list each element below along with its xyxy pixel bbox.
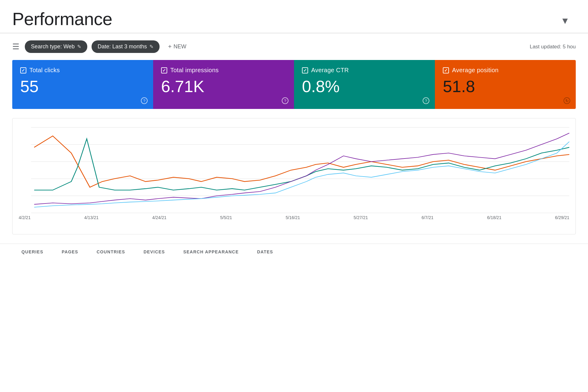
metric-card-impressions[interactable]: ✓ Total impressions 6.71K ? bbox=[153, 60, 294, 109]
plus-icon: + bbox=[168, 43, 172, 50]
page-title: Performance bbox=[12, 9, 112, 33]
date-label: Date: Last 3 months bbox=[98, 43, 147, 50]
metric-value-clicks: 55 bbox=[20, 77, 145, 95]
filter-icon[interactable]: ☰ bbox=[12, 42, 19, 51]
metric-help-impressions[interactable]: ? bbox=[282, 97, 288, 104]
metric-header-clicks: ✓ Total clicks bbox=[20, 67, 145, 74]
metric-header-impressions: ✓ Total impressions bbox=[161, 67, 286, 74]
metric-card-clicks[interactable]: ✓ Total clicks 55 ? bbox=[12, 60, 153, 109]
tab-pages[interactable]: PAGES bbox=[52, 244, 87, 261]
metric-label-position: Average position bbox=[452, 67, 499, 74]
metric-card-position[interactable]: ✓ Average position 51.8 ↻ bbox=[435, 60, 576, 109]
metric-value-impressions: 6.71K bbox=[161, 77, 286, 95]
metric-header-position: ✓ Average position bbox=[443, 67, 568, 74]
check-icon-ctr: ✓ bbox=[303, 68, 307, 73]
x-label-4: 5/5/21 bbox=[220, 215, 232, 220]
header: Performance ▼ bbox=[0, 0, 588, 33]
search-type-edit-icon: ✎ bbox=[77, 44, 81, 50]
metric-checkbox-clicks[interactable]: ✓ bbox=[20, 67, 26, 73]
tab-dates[interactable]: DATES bbox=[248, 244, 282, 261]
metric-checkbox-impressions[interactable]: ✓ bbox=[161, 67, 167, 73]
metric-help-position[interactable]: ↻ bbox=[564, 97, 570, 104]
bottom-tabs: QUERIES PAGES COUNTRIES DEVICES SEARCH A… bbox=[0, 244, 588, 261]
metric-checkbox-ctr[interactable]: ✓ bbox=[302, 67, 308, 73]
metric-header-ctr: ✓ Average CTR bbox=[302, 67, 427, 74]
search-type-label: Search type: Web bbox=[31, 43, 75, 50]
tab-countries[interactable]: COUNTRIES bbox=[87, 244, 134, 261]
metric-checkbox-position[interactable]: ✓ bbox=[443, 67, 449, 73]
metric-value-ctr: 0.8% bbox=[302, 77, 427, 95]
metric-help-clicks[interactable]: ? bbox=[141, 97, 148, 104]
search-type-button[interactable]: Search type: Web ✎ bbox=[25, 40, 87, 53]
metric-help-ctr[interactable]: ? bbox=[423, 97, 429, 104]
date-edit-icon: ✎ bbox=[149, 44, 153, 50]
chart-area: 4/2/21 4/13/21 4/24/21 5/5/21 5/16/21 5/… bbox=[12, 118, 576, 234]
x-label-1: 4/2/21 bbox=[19, 215, 31, 220]
header-right: ▼ bbox=[560, 16, 576, 26]
x-label-3: 4/24/21 bbox=[152, 215, 167, 220]
date-button[interactable]: Date: Last 3 months ✎ bbox=[92, 40, 160, 53]
check-icon-position: ✓ bbox=[444, 68, 448, 73]
metric-label-impressions: Total impressions bbox=[170, 67, 219, 74]
new-label: NEW bbox=[174, 43, 187, 50]
metric-card-ctr[interactable]: ✓ Average CTR 0.8% ? bbox=[294, 60, 435, 109]
x-label-2: 4/13/21 bbox=[84, 215, 99, 220]
x-label-8: 6/18/21 bbox=[487, 215, 501, 220]
chart-svg bbox=[16, 125, 572, 216]
x-label-7: 6/7/21 bbox=[421, 215, 433, 220]
tab-queries[interactable]: QUERIES bbox=[12, 244, 52, 261]
check-icon-impressions: ✓ bbox=[162, 68, 166, 73]
toolbar: ☰ Search type: Web ✎ Date: Last 3 months… bbox=[0, 33, 588, 60]
metric-label-ctr: Average CTR bbox=[311, 67, 349, 74]
new-button[interactable]: + NEW bbox=[164, 40, 191, 53]
check-icon-clicks: ✓ bbox=[21, 68, 25, 73]
page-container: Performance ▼ ☰ Search type: Web ✎ Date:… bbox=[0, 0, 588, 392]
x-label-6: 5/27/21 bbox=[354, 215, 368, 220]
x-label-9: 6/29/21 bbox=[555, 215, 569, 220]
tab-devices[interactable]: DEVICES bbox=[134, 244, 174, 261]
tab-search-appearance[interactable]: SEARCH APPEARANCE bbox=[174, 244, 248, 261]
download-icon[interactable]: ▼ bbox=[560, 16, 570, 26]
metric-value-position: 51.8 bbox=[443, 77, 568, 95]
metrics-container: ✓ Total clicks 55 ? ✓ Total impressions … bbox=[12, 60, 576, 109]
x-label-5: 5/16/21 bbox=[286, 215, 300, 220]
metric-label-clicks: Total clicks bbox=[29, 67, 60, 74]
last-updated: Last updated: 5 hou bbox=[530, 44, 576, 50]
